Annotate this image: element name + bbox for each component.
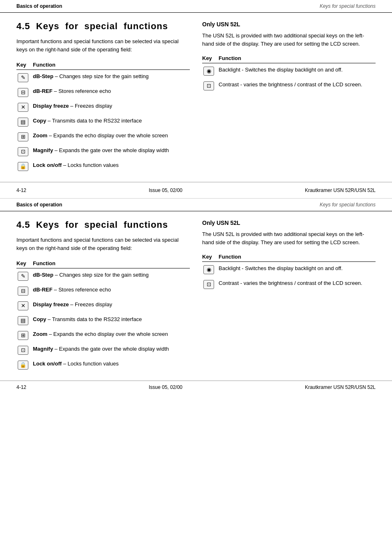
key-icon-backlight-2: ◉ bbox=[203, 265, 214, 274]
right-col-header-function-2: Function bbox=[219, 252, 376, 262]
section-2: 4.5 Keys for special functions Important… bbox=[0, 211, 392, 381]
table-row: ◉ Backlight - Switches the display backl… bbox=[202, 262, 376, 277]
table-row: ⊡ Contrast - varies the brightness / con… bbox=[202, 78, 376, 93]
key-icon-cell: ◉ bbox=[202, 262, 219, 277]
section-1: 4.5 Keys for special functions Important… bbox=[0, 13, 392, 182]
key-icon-cell: ✕ bbox=[16, 298, 33, 313]
section-title-2: 4.5 Keys for special functions bbox=[16, 220, 190, 230]
key-icon-cell: ✎ bbox=[16, 268, 33, 284]
only-usn-title-2: Only USN 52L bbox=[202, 220, 376, 226]
section-num-1: 4.5 bbox=[16, 21, 30, 31]
intro-text-1: Important functions and special function… bbox=[16, 37, 190, 53]
footer-brand-bottom: Krautkramer USN 52R/USN 52L bbox=[305, 384, 376, 390]
footer-page-num-bottom: 4-12 bbox=[16, 384, 26, 390]
right-key-table-2: Key Function ◉ Backlight - Switches the … bbox=[202, 252, 376, 291]
key-icon-lock-2: 🔒 bbox=[18, 361, 28, 370]
table-row: ✎ dB-Step – Changes step size for the ga… bbox=[16, 268, 190, 284]
header-left-bottom: Basics of operation bbox=[16, 202, 62, 208]
page: Basics of operation Keys for special fun… bbox=[0, 0, 392, 393]
table-row: ✕ Display freeze – Freezes display bbox=[16, 99, 190, 114]
right-col-header-function-1: Function bbox=[219, 53, 376, 63]
func-cell-dbref: dB-REF – Stores reference echo bbox=[33, 85, 190, 99]
col-right-1: Only USN 52L The USN 52L is provided wit… bbox=[202, 21, 376, 173]
header-right-top: Keys for special functions bbox=[320, 3, 376, 9]
func-cell-zoom: Zoom – Expands the echo display over the… bbox=[33, 129, 190, 144]
func-cell-lock-2: Lock on/off – Locks function values bbox=[33, 357, 190, 372]
table-row: ⊡ Magnify – Expands the gate over the wh… bbox=[16, 342, 190, 357]
key-icon-cell: ⊟ bbox=[16, 85, 33, 99]
key-icon-lock: 🔒 bbox=[18, 162, 28, 171]
table-row: ⊡ Magnify – Expands the gate over the wh… bbox=[16, 144, 190, 159]
only-usn-title-1: Only USN 52L bbox=[202, 21, 376, 28]
func-cell-contrast-2: Contrast - varies the brightness / contr… bbox=[219, 277, 376, 291]
key-icon-copy: ▤ bbox=[18, 118, 28, 127]
func-cell-dbstep-2: dB-Step – Changes step size for the gain… bbox=[33, 268, 190, 284]
func-cell-backlight-2: Backlight - Switches the display backlig… bbox=[219, 262, 376, 277]
table-row: ▤ Copy – Transmits data to the RS232 int… bbox=[16, 114, 190, 129]
footer-issue-top: Issue 05, 02/00 bbox=[149, 187, 182, 193]
key-icon-cell: ✕ bbox=[16, 99, 33, 114]
col-header-key-1: Key bbox=[16, 60, 33, 70]
key-icon-cell: ⊡ bbox=[16, 342, 33, 357]
key-icon-cell: ◉ bbox=[202, 63, 219, 79]
only-usn-intro-1: The USN 52L is provided with two additio… bbox=[202, 32, 376, 48]
table-row: ⊟ dB-REF – Stores reference echo bbox=[16, 283, 190, 298]
table-row: ▤ Copy – Transmits data to the RS232 int… bbox=[16, 313, 190, 328]
table-row: ◉ Backlight - Switches the display backl… bbox=[202, 63, 376, 79]
table-row: ✎ dB-Step – Changes step size for the ga… bbox=[16, 70, 190, 85]
func-cell-lock: Lock on/off – Locks function values bbox=[33, 159, 190, 173]
key-icon-cell: ✎ bbox=[16, 70, 33, 85]
col-right-2: Only USN 52L The USN 52L is provided wit… bbox=[202, 220, 376, 372]
key-icon-dbstep: ✎ bbox=[18, 73, 28, 82]
key-icon-cell: ⊡ bbox=[202, 78, 219, 93]
key-icon-cell: ⊡ bbox=[16, 144, 33, 159]
col-left-1: 4.5 Keys for special functions Important… bbox=[16, 21, 190, 173]
key-table-1: Key Function ✎ dB-Step – Changes step si… bbox=[16, 60, 190, 173]
key-icon-cell: ⊡ bbox=[202, 277, 219, 291]
section-num-2: 4.5 bbox=[16, 220, 30, 230]
table-row: ⊞ Zoom – Expands the echo display over t… bbox=[16, 129, 190, 144]
mid-footer: 4-12 Issue 05, 02/00 Krautkramer USN 52R… bbox=[0, 182, 392, 199]
page-header-top: Basics of operation Keys for special fun… bbox=[0, 0, 392, 13]
key-icon-dbref: ⊟ bbox=[18, 88, 28, 97]
header-right-bottom: Keys for special functions bbox=[320, 202, 376, 208]
col-left-2: 4.5 Keys for special functions Important… bbox=[16, 220, 190, 372]
key-icon-cell: 🔒 bbox=[16, 357, 33, 372]
func-cell-backlight: Backlight - Switches the display backlig… bbox=[219, 63, 376, 79]
col-header-key-2: Key bbox=[16, 259, 33, 268]
key-icon-cell: ▤ bbox=[16, 114, 33, 129]
func-cell-dbref-2: dB-REF – Stores reference echo bbox=[33, 283, 190, 298]
key-icon-cell: 🔒 bbox=[16, 159, 33, 173]
only-usn-intro-2: The USN 52L is provided with two additio… bbox=[202, 230, 376, 246]
table-row: ⊡ Contrast - varies the brightness / con… bbox=[202, 277, 376, 291]
key-icon-backlight: ◉ bbox=[203, 67, 214, 76]
key-icon-contrast: ⊡ bbox=[203, 81, 214, 90]
func-cell-freeze-2: Display freeze – Freezes display bbox=[33, 298, 190, 313]
func-cell-zoom-2: Zoom – Expands the echo display over the… bbox=[33, 328, 190, 342]
func-cell-contrast: Contrast - varies the brightness / contr… bbox=[219, 78, 376, 93]
page-header-bottom: Basics of operation Keys for special fun… bbox=[0, 199, 392, 211]
key-icon-freeze-2: ✕ bbox=[18, 301, 28, 310]
section-title-1: 4.5 Keys for special functions bbox=[16, 21, 190, 32]
col-header-function-2: Function bbox=[33, 259, 190, 268]
footer-issue-bottom: Issue 05, 02/00 bbox=[149, 384, 182, 390]
footer-page-num-top: 4-12 bbox=[16, 187, 26, 193]
page-footer-bottom: 4-12 Issue 05, 02/00 Krautkramer USN 52R… bbox=[0, 381, 392, 393]
key-icon-cell: ▤ bbox=[16, 313, 33, 328]
key-icon-cell: ⊞ bbox=[16, 129, 33, 144]
key-table-2: Key Function ✎ dB-Step – Changes step si… bbox=[16, 259, 190, 372]
key-icon-cell: ⊟ bbox=[16, 283, 33, 298]
key-icon-zoom: ⊞ bbox=[18, 132, 28, 141]
key-icon-copy-2: ▤ bbox=[18, 316, 28, 325]
right-col-header-key-1: Key bbox=[202, 53, 219, 63]
func-cell-magnify: Magnify – Expands the gate over the whol… bbox=[33, 144, 190, 159]
key-icon-zoom-2: ⊞ bbox=[18, 331, 28, 340]
col-header-function-1: Function bbox=[33, 60, 190, 70]
right-key-table-1: Key Function ◉ Backlight - Switches the … bbox=[202, 53, 376, 93]
func-cell-copy: Copy – Transmits data to the RS232 inter… bbox=[33, 114, 190, 129]
right-col-header-key-2: Key bbox=[202, 252, 219, 262]
key-icon-contrast-2: ⊡ bbox=[203, 280, 214, 289]
key-icon-freeze: ✕ bbox=[18, 103, 28, 112]
func-cell-dbstep: dB-Step – Changes step size for the gain… bbox=[33, 70, 190, 85]
footer-brand-top: Krautkramer USN 52R/USN 52L bbox=[305, 187, 376, 193]
